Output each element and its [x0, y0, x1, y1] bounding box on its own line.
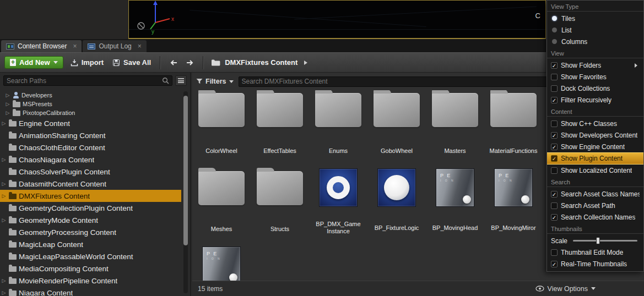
asset-tile-bp-movingmiror[interactable]: P EI O NBP_MovingMiror: [489, 168, 538, 242]
tree-item-engine-content[interactable]: ▷Engine Content: [0, 117, 181, 129]
menu-section-view: View: [547, 47, 643, 58]
tree-item-magicleappassableworld-content[interactable]: MagicLeapPassableWorld Content: [0, 250, 181, 262]
view-options-button[interactable]: View Options: [535, 285, 596, 293]
close-icon[interactable]: ×: [73, 42, 77, 50]
folder-icon: [9, 290, 17, 296]
tree-item-magicleap-content[interactable]: MagicLeap Content: [0, 238, 181, 250]
asset-tile-colorwheel[interactable]: ColorWheel: [197, 90, 246, 164]
menu-item-label: Show Folders: [561, 62, 601, 69]
breadcrumb-expand-icon[interactable]: [304, 61, 310, 65]
menu-item-show-c-classes[interactable]: Show C++ Classes: [547, 118, 643, 129]
tree-item-label: Engine Content: [19, 119, 70, 128]
radio-icon: [552, 28, 557, 32]
menu-item-search-collection-names[interactable]: ✓Search Collection Names: [547, 211, 643, 223]
asset-tile-enums[interactable]: Enums: [313, 90, 363, 164]
tree-item-niagara-content[interactable]: ▷Niagara Content: [0, 287, 181, 296]
menu-item-tiles[interactable]: Tiles: [547, 13, 643, 24]
tree-item-dmxfixtures-content[interactable]: ▷DMXFixtures Content: [0, 190, 181, 202]
menu-item-real-time-thumbnails[interactable]: ✓Real-Time Thumbnails: [547, 258, 643, 270]
sources-list-toggle-button[interactable]: [175, 75, 187, 86]
expander-icon[interactable]: ▷: [1, 217, 7, 223]
tree-item-mediacompositing-content[interactable]: MediaCompositing Content: [0, 262, 181, 275]
menu-item-search-asset-path[interactable]: Search Asset Path: [547, 200, 643, 211]
tree-scrollbar-thumb[interactable]: [183, 96, 188, 245]
asset-tile-structs[interactable]: Structs: [255, 168, 305, 242]
tree-item-chaosclotheditor-content[interactable]: ChaosClothEditor Content: [0, 141, 181, 154]
expander-icon[interactable]: ▷: [1, 120, 7, 126]
asset-tile-bp-movinghead[interactable]: P EI O NBP_MovingHead: [430, 168, 480, 242]
forward-button[interactable]: [185, 59, 196, 67]
expander-icon[interactable]: ▷: [1, 290, 7, 295]
blueprint-thumbnail: [377, 168, 416, 207]
expander-icon[interactable]: ▷: [1, 157, 7, 162]
save-all-button[interactable]: Save All: [111, 58, 153, 67]
thumbnail-scale-slider[interactable]: [573, 240, 637, 242]
folder-icon: [9, 182, 17, 187]
tree-item-label: Niagara Content: [19, 289, 73, 296]
tree-item-developers[interactable]: ▷Developers: [0, 91, 181, 100]
folder-thumbnail: [198, 93, 245, 127]
asset-tile-effecttables[interactable]: EffectTables: [255, 90, 305, 164]
filters-button[interactable]: Filters: [196, 78, 234, 85]
back-button[interactable]: [168, 59, 179, 67]
fixture-thumbnail: P EI O N: [202, 246, 241, 281]
tree-item-movierenderpipeline-content[interactable]: ▷MovieRenderPipeline Content: [0, 275, 181, 287]
expander-icon[interactable]: ▷: [5, 92, 10, 98]
view-options-label: View Options: [548, 285, 588, 293]
tree-scrollbar-track[interactable]: [183, 91, 188, 293]
search-paths-box[interactable]: [3, 75, 172, 86]
expander-icon[interactable]: ▷: [1, 181, 7, 187]
tree-item-animationsharing-content[interactable]: AnimationSharing Content: [0, 129, 181, 141]
tab-output-log[interactable]: Output Log ×: [83, 40, 146, 52]
menu-item-dock-collections[interactable]: Dock Collections: [547, 83, 643, 94]
tab-content-browser[interactable]: Content Browser ×: [1, 40, 82, 52]
breadcrumb[interactable]: DMXFixtures Content: [211, 58, 310, 67]
add-new-button[interactable]: Add New: [4, 56, 63, 69]
expander-icon[interactable]: ▷: [1, 193, 7, 199]
expander-icon[interactable]: ▷: [1, 278, 7, 283]
tree-item-mspresets[interactable]: ▷MSPresets: [0, 100, 181, 108]
asset-tile-meshes[interactable]: Meshes: [197, 168, 246, 242]
menu-item-list[interactable]: List: [547, 24, 643, 36]
asset-tile-materialfunctions[interactable]: MaterialFunctions: [489, 90, 538, 164]
menu-item-scale[interactable]: Scale: [547, 235, 643, 246]
asset-tile-masters[interactable]: Masters: [430, 90, 480, 164]
tree-item-label: AnimationSharing Content: [19, 131, 106, 140]
tree-item-chaossolverplugin-content[interactable]: ChaosSolverPlugin Content: [0, 166, 181, 178]
viewport-grid-line: [294, 6, 536, 19]
slider-handle[interactable]: [596, 237, 600, 244]
asset-tile-bp-fixturelogic[interactable]: BP_FixtureLogic: [372, 168, 421, 242]
tree-item-geometrymode-content[interactable]: ▷GeometryMode Content: [0, 214, 181, 226]
tree-item-pixotopecalibration[interactable]: ▷PixotopeCalibration: [0, 108, 181, 117]
origin-axis-gizmo: x y: [136, 1, 176, 37]
search-paths-input[interactable]: [7, 77, 162, 85]
level-viewport[interactable]: x y C: [128, 0, 546, 39]
tree-item-geometryprocessing-content[interactable]: GeometryProcessing Content: [0, 226, 181, 238]
tree-item-geometrycollectionplugin-content[interactable]: GeometryCollectionPlugin Content: [0, 202, 181, 214]
menu-item-show-engine-content[interactable]: ✓Show Engine Content: [547, 141, 643, 152]
menu-item-show-localized-content[interactable]: Show Localized Content: [547, 165, 643, 176]
expander-icon[interactable]: ▷: [5, 110, 10, 116]
import-button[interactable]: Import: [69, 58, 105, 67]
asset-tile-bp-dmx-game-instance[interactable]: BP_DMX_Game Instance: [313, 168, 363, 242]
menu-item-show-favorites[interactable]: Show Favorites: [547, 71, 643, 83]
menu-item-columns[interactable]: Columns: [547, 36, 643, 47]
expander-icon[interactable]: ▷: [5, 101, 10, 107]
menu-item-thumbnail-edit-mode[interactable]: Thumbnail Edit Mode: [547, 246, 643, 258]
menu-item-label: Tiles: [561, 15, 575, 23]
checkbox-icon: [551, 167, 558, 174]
close-icon[interactable]: ×: [138, 42, 142, 50]
menu-item-filter-recursively[interactable]: ✓Filter Recursively: [547, 94, 643, 106]
menu-item-show-developers-content[interactable]: ✓Show Developers Content: [547, 129, 643, 141]
tree-item-datasmithcontent-content[interactable]: ▷DatasmithContent Content: [0, 178, 181, 190]
menu-item-show-plugin-content[interactable]: ✓Show Plugin Content: [547, 152, 643, 165]
tree-item-chaosniagara-content[interactable]: ▷ChaosNiagara Content: [0, 154, 181, 166]
menu-item-search-asset-class-names[interactable]: ✓Search Asset Class Names: [547, 188, 643, 200]
asset-tile-gobowheel[interactable]: GoboWheel: [372, 90, 421, 164]
folder-icon: [13, 102, 20, 107]
menu-item-label: Show Localized Content: [561, 167, 632, 174]
asset-tile[interactable]: P EI O N: [197, 246, 246, 281]
menu-item-show-folders[interactable]: ✓Show Folders: [547, 59, 643, 71]
fixture-thumbnail: P EI O N: [494, 168, 533, 207]
menu-item-label: Search Collection Names: [561, 213, 635, 221]
